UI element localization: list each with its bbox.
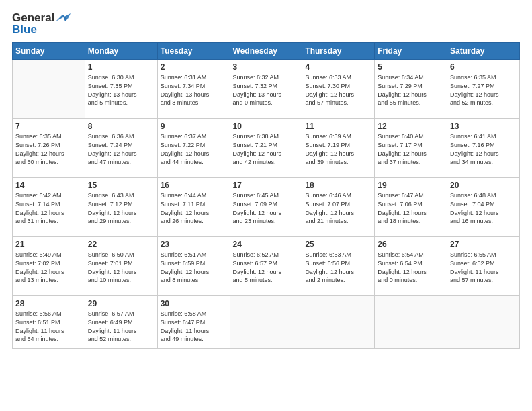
day-number: 28 <box>15 299 82 308</box>
day-cell: 14Sunrise: 6:42 AM Sunset: 7:14 PM Dayli… <box>13 178 85 237</box>
day-cell: 15Sunrise: 6:43 AM Sunset: 7:12 PM Dayli… <box>85 178 157 237</box>
day-info: Sunrise: 6:52 AM Sunset: 6:57 PM Dayligh… <box>233 250 300 284</box>
logo-bird-icon <box>56 12 71 24</box>
day-info: Sunrise: 6:35 AM Sunset: 7:26 PM Dayligh… <box>15 132 82 166</box>
day-info: Sunrise: 6:38 AM Sunset: 7:21 PM Dayligh… <box>233 132 300 166</box>
day-info: Sunrise: 6:30 AM Sunset: 7:35 PM Dayligh… <box>88 73 154 107</box>
day-number: 5 <box>378 62 444 72</box>
logo-blue: Blue <box>12 24 71 36</box>
day-cell: 22Sunrise: 6:50 AM Sunset: 7:01 PM Dayli… <box>85 237 157 296</box>
day-cell: 5Sunrise: 6:34 AM Sunset: 7:29 PM Daylig… <box>375 60 447 119</box>
week-row-2: 7Sunrise: 6:35 AM Sunset: 7:26 PM Daylig… <box>13 119 520 178</box>
col-header-tuesday: Tuesday <box>157 43 230 60</box>
header: General Blue <box>12 12 520 36</box>
day-number: 10 <box>233 122 300 131</box>
day-cell: 16Sunrise: 6:44 AM Sunset: 7:11 PM Dayli… <box>157 178 230 237</box>
day-cell: 21Sunrise: 6:49 AM Sunset: 7:02 PM Dayli… <box>13 237 85 296</box>
day-cell: 12Sunrise: 6:40 AM Sunset: 7:17 PM Dayli… <box>375 119 447 178</box>
day-info: Sunrise: 6:37 AM Sunset: 7:22 PM Dayligh… <box>161 132 227 166</box>
day-info: Sunrise: 6:51 AM Sunset: 6:59 PM Dayligh… <box>161 250 227 284</box>
day-cell <box>13 60 85 119</box>
day-number: 29 <box>88 299 154 308</box>
day-cell <box>302 296 375 349</box>
day-cell: 20Sunrise: 6:48 AM Sunset: 7:04 PM Dayli… <box>447 178 520 237</box>
day-cell: 7Sunrise: 6:35 AM Sunset: 7:26 PM Daylig… <box>13 119 85 178</box>
day-info: Sunrise: 6:54 AM Sunset: 6:54 PM Dayligh… <box>378 250 444 284</box>
day-cell: 10Sunrise: 6:38 AM Sunset: 7:21 PM Dayli… <box>230 119 302 178</box>
day-cell <box>375 296 447 349</box>
day-number: 3 <box>233 62 300 72</box>
logo: General Blue <box>12 12 71 36</box>
day-info: Sunrise: 6:41 AM Sunset: 7:16 PM Dayligh… <box>450 132 517 166</box>
calendar-table: SundayMondayTuesdayWednesdayThursdayFrid… <box>12 42 520 349</box>
week-row-1: 1Sunrise: 6:30 AM Sunset: 7:35 PM Daylig… <box>13 60 520 119</box>
day-cell: 1Sunrise: 6:30 AM Sunset: 7:35 PM Daylig… <box>85 60 157 119</box>
col-header-thursday: Thursday <box>302 43 375 60</box>
day-info: Sunrise: 6:44 AM Sunset: 7:11 PM Dayligh… <box>161 191 227 225</box>
day-number: 24 <box>233 240 300 249</box>
day-number: 19 <box>378 181 444 190</box>
day-cell: 2Sunrise: 6:31 AM Sunset: 7:34 PM Daylig… <box>157 60 230 119</box>
day-number: 6 <box>450 62 517 72</box>
day-info: Sunrise: 6:42 AM Sunset: 7:14 PM Dayligh… <box>15 191 82 225</box>
day-number: 1 <box>88 62 154 72</box>
day-info: Sunrise: 6:43 AM Sunset: 7:12 PM Dayligh… <box>88 191 154 225</box>
day-info: Sunrise: 6:31 AM Sunset: 7:34 PM Dayligh… <box>161 73 227 107</box>
day-info: Sunrise: 6:53 AM Sunset: 6:56 PM Dayligh… <box>305 250 371 284</box>
day-info: Sunrise: 6:34 AM Sunset: 7:29 PM Dayligh… <box>378 73 444 107</box>
day-number: 14 <box>15 181 82 190</box>
day-info: Sunrise: 6:45 AM Sunset: 7:09 PM Dayligh… <box>233 191 300 225</box>
day-cell: 13Sunrise: 6:41 AM Sunset: 7:16 PM Dayli… <box>447 119 520 178</box>
day-number: 22 <box>88 240 154 249</box>
day-info: Sunrise: 6:46 AM Sunset: 7:07 PM Dayligh… <box>305 191 371 225</box>
week-row-4: 21Sunrise: 6:49 AM Sunset: 7:02 PM Dayli… <box>13 237 520 296</box>
svg-marker-0 <box>56 13 71 21</box>
day-cell: 17Sunrise: 6:45 AM Sunset: 7:09 PM Dayli… <box>230 178 302 237</box>
day-number: 16 <box>161 181 227 190</box>
day-info: Sunrise: 6:50 AM Sunset: 7:01 PM Dayligh… <box>88 250 154 284</box>
day-cell: 27Sunrise: 6:55 AM Sunset: 6:52 PM Dayli… <box>447 237 520 296</box>
day-number: 23 <box>161 240 227 249</box>
col-header-saturday: Saturday <box>447 43 520 60</box>
day-number: 21 <box>15 240 82 249</box>
day-number: 30 <box>161 299 227 308</box>
day-info: Sunrise: 6:57 AM Sunset: 6:49 PM Dayligh… <box>88 310 154 343</box>
day-cell: 26Sunrise: 6:54 AM Sunset: 6:54 PM Dayli… <box>375 237 447 296</box>
day-cell: 3Sunrise: 6:32 AM Sunset: 7:32 PM Daylig… <box>230 60 302 119</box>
day-cell: 24Sunrise: 6:52 AM Sunset: 6:57 PM Dayli… <box>230 237 302 296</box>
week-row-3: 14Sunrise: 6:42 AM Sunset: 7:14 PM Dayli… <box>13 178 520 237</box>
day-info: Sunrise: 6:47 AM Sunset: 7:06 PM Dayligh… <box>378 191 444 225</box>
day-number: 18 <box>305 181 371 190</box>
day-info: Sunrise: 6:58 AM Sunset: 6:47 PM Dayligh… <box>161 310 227 343</box>
page: General Blue SundayMondayTuesdayWednesda… <box>0 0 532 411</box>
day-number: 25 <box>305 240 371 249</box>
day-number: 13 <box>450 122 517 131</box>
day-info: Sunrise: 6:32 AM Sunset: 7:32 PM Dayligh… <box>233 73 300 107</box>
day-cell <box>447 296 520 349</box>
day-info: Sunrise: 6:56 AM Sunset: 6:51 PM Dayligh… <box>15 310 82 343</box>
day-number: 8 <box>88 122 154 131</box>
day-cell: 29Sunrise: 6:57 AM Sunset: 6:49 PM Dayli… <box>85 296 157 349</box>
col-header-sunday: Sunday <box>13 43 85 60</box>
day-number: 17 <box>233 181 300 190</box>
day-cell: 4Sunrise: 6:33 AM Sunset: 7:30 PM Daylig… <box>302 60 375 119</box>
day-info: Sunrise: 6:33 AM Sunset: 7:30 PM Dayligh… <box>305 73 371 107</box>
day-number: 11 <box>305 122 371 131</box>
day-number: 15 <box>88 181 154 190</box>
day-number: 12 <box>378 122 444 131</box>
day-number: 26 <box>378 240 444 249</box>
header-row: SundayMondayTuesdayWednesdayThursdayFrid… <box>13 43 520 60</box>
day-number: 7 <box>15 122 82 131</box>
day-cell: 30Sunrise: 6:58 AM Sunset: 6:47 PM Dayli… <box>157 296 230 349</box>
day-cell: 6Sunrise: 6:35 AM Sunset: 7:27 PM Daylig… <box>447 60 520 119</box>
day-info: Sunrise: 6:36 AM Sunset: 7:24 PM Dayligh… <box>88 132 154 166</box>
day-number: 27 <box>450 240 517 249</box>
day-cell: 9Sunrise: 6:37 AM Sunset: 7:22 PM Daylig… <box>157 119 230 178</box>
day-cell: 28Sunrise: 6:56 AM Sunset: 6:51 PM Dayli… <box>13 296 85 349</box>
day-info: Sunrise: 6:48 AM Sunset: 7:04 PM Dayligh… <box>450 191 517 225</box>
day-cell: 23Sunrise: 6:51 AM Sunset: 6:59 PM Dayli… <box>157 237 230 296</box>
col-header-wednesday: Wednesday <box>230 43 302 60</box>
day-info: Sunrise: 6:55 AM Sunset: 6:52 PM Dayligh… <box>450 250 517 284</box>
col-header-monday: Monday <box>85 43 157 60</box>
day-info: Sunrise: 6:49 AM Sunset: 7:02 PM Dayligh… <box>15 250 82 284</box>
